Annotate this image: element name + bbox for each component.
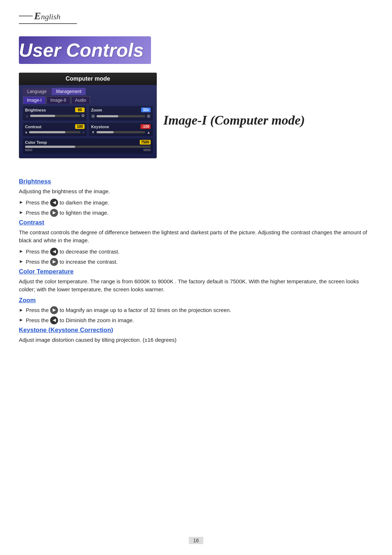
- keystone-icon-right: ▲: [147, 130, 151, 134]
- left-arrow-icon-2: ◀: [50, 248, 58, 256]
- zoom-section: Zoom ► Press the ▶ to Magnify an image u…: [19, 297, 373, 324]
- brightness-value: 60: [75, 108, 85, 112]
- bullet-arrow-2: ►: [19, 209, 24, 216]
- contrast-increase-text: to increase the contrast.: [60, 258, 118, 266]
- keystone-icon-left: ▼: [91, 130, 95, 134]
- tab-language[interactable]: Language: [23, 88, 51, 95]
- color-temp-slider-box: Color Temp 7500 6000 9000: [23, 138, 153, 154]
- color-temp-range-labels: 6000 9000: [25, 148, 151, 152]
- contrast-value: 100: [75, 124, 85, 129]
- brightness-track[interactable]: [30, 115, 80, 117]
- color-temp-label: Color Temp: [25, 140, 47, 145]
- color-temp-value: 7500: [140, 140, 151, 145]
- main-content: Brightness Adjusting the brightness of t…: [19, 178, 373, 347]
- zoom-icon-left: ⊕: [91, 113, 95, 119]
- top-tabs-row: Language Management: [23, 88, 153, 95]
- color-temp-track-row: [25, 146, 151, 148]
- keystone-fill: [97, 131, 114, 133]
- contrast-decrease-text: to decrease the contrast.: [60, 248, 119, 255]
- english-label: English: [34, 10, 60, 22]
- brightness-icon-right: ✿: [81, 113, 85, 118]
- right-arrow-icon-3: ▶: [50, 306, 58, 314]
- brightness-label-row: Brightness 60: [25, 108, 85, 112]
- bullet-arrow-3: ►: [19, 248, 24, 255]
- contrast-track-row: ● ○: [25, 130, 85, 134]
- zoom-track[interactable]: [97, 115, 145, 117]
- keystone-label: Keystone: [91, 125, 109, 129]
- zoom-bullet-1: ► Press the ▶ to Magnify an image up to …: [19, 306, 373, 314]
- zoom-bullet-2: ► Press the ◀ to Diminish the zoom in im…: [19, 316, 373, 324]
- left-arrow-icon-3: ◀: [50, 316, 58, 324]
- contrast-label: Contrast: [25, 125, 41, 129]
- contrast-bullet-2: ► Press the ▶ to increase the contrast.: [19, 258, 373, 266]
- brightness-track-row: ☼ ✿: [25, 113, 85, 118]
- keystone-section: Keystone (Keystone Correction) Adjust im…: [19, 327, 373, 344]
- tab-image-ii[interactable]: Image-II: [46, 96, 70, 104]
- right-arrow-icon-2: ▶: [50, 258, 58, 266]
- page-title: User Controls: [19, 40, 144, 61]
- brightness-bullet-1: ► Press the ◀ to darken the image.: [19, 199, 373, 207]
- zoom-slider-box: Zoom 32x ⊕ ⊕: [89, 106, 153, 121]
- user-controls-section: User Controls: [19, 36, 151, 64]
- brightness-darken-text: to darken the image.: [60, 199, 109, 206]
- sliders-area: Brightness 60 ☼ ✿ Zoom 32x ⊕: [23, 106, 153, 154]
- color-temp-fill: [25, 146, 75, 148]
- contrast-fill: [29, 131, 65, 133]
- contrast-section-title: Contrast: [19, 219, 373, 226]
- brightness-icon-left: ☼: [25, 114, 29, 118]
- bottom-tabs-row: Image-I Image-II Audio: [23, 96, 153, 104]
- brightness-section-title: Brightness: [19, 178, 373, 185]
- contrast-icon-left: ●: [25, 130, 28, 134]
- keystone-section-title: Keystone (Keystone Correction): [19, 327, 373, 334]
- brightness-fill: [30, 115, 55, 117]
- brightness-lighten-text: to lighten the image.: [60, 209, 109, 216]
- computer-mode-body: Language Management Image-I Image-II Aud…: [19, 85, 157, 158]
- page-number: 16: [189, 537, 203, 544]
- title-background: User Controls: [19, 36, 151, 64]
- contrast-slider-box: Contrast 100 ● ○: [23, 123, 87, 136]
- press-label-2: Press the: [26, 209, 49, 216]
- contrast-icon-right: ○: [82, 130, 85, 134]
- zoom-track-row: ⊕ ⊕: [91, 113, 151, 119]
- tab-management[interactable]: Management: [52, 88, 86, 95]
- keystone-slider-box: Keystone -100 ▼ ▲: [89, 123, 153, 136]
- keystone-desc: Adjust image distortion caused by tiltin…: [19, 336, 373, 344]
- contrast-bullet-1: ► Press the ◀ to decrease the contrast.: [19, 248, 373, 256]
- brightness-section: Brightness Adjusting the brightness of t…: [19, 178, 373, 217]
- computer-mode-panel: Computer mode Language Management Image-…: [19, 73, 157, 158]
- keystone-label-row: Keystone -100: [91, 124, 151, 129]
- contrast-desc: The contrast controls the degree of diff…: [19, 228, 373, 245]
- header-line: [19, 16, 33, 16]
- left-arrow-icon-1: ◀: [50, 199, 58, 207]
- header-underline: [19, 23, 77, 24]
- brightness-label: Brightness: [25, 108, 46, 112]
- zoom-magnify-text: to Magnify an image up to a factor of 32…: [60, 306, 231, 314]
- color-temp-section: Color Temperature Adjust the color tempe…: [19, 268, 373, 294]
- bullet-arrow-1: ►: [19, 199, 24, 206]
- contrast-track[interactable]: [29, 131, 81, 133]
- bullet-arrow-5: ►: [19, 307, 24, 313]
- tab-audio[interactable]: Audio: [71, 96, 90, 104]
- zoom-icon-right: ⊕: [147, 113, 151, 119]
- keystone-track[interactable]: [97, 131, 145, 133]
- color-temp-track[interactable]: [25, 146, 151, 148]
- bullet-arrow-6: ►: [19, 317, 24, 323]
- press-label-4: Press the: [26, 258, 49, 266]
- color-temp-desc: Adjust the color temperature. The range …: [19, 278, 373, 294]
- tab-image-i[interactable]: Image-I: [23, 96, 46, 104]
- press-label-5: Press the: [26, 306, 49, 314]
- keystone-track-row: ▼ ▲: [91, 130, 151, 134]
- contrast-section: Contrast The contrast controls the degre…: [19, 219, 373, 266]
- english-E: E: [34, 10, 41, 21]
- computer-mode-header: Computer mode: [19, 73, 157, 85]
- color-temp-section-title: Color Temperature: [19, 268, 373, 275]
- zoom-section-title: Zoom: [19, 297, 373, 304]
- press-label-3: Press the: [26, 248, 49, 255]
- brightness-desc: Adjusting the brightness of the image.: [19, 187, 373, 196]
- zoom-value: 32x: [141, 108, 151, 112]
- zoom-label: Zoom: [91, 108, 102, 112]
- contrast-label-row: Contrast 100: [25, 124, 85, 129]
- brightness-slider-box: Brightness 60 ☼ ✿: [23, 106, 87, 121]
- image-i-section-title: Image-I (Computer mode): [163, 113, 373, 128]
- image-i-heading: Image-I (Computer mode): [163, 113, 373, 128]
